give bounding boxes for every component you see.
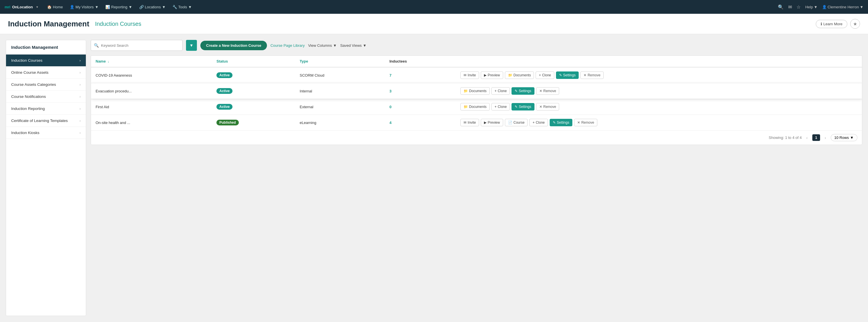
cell-type: Internal <box>295 83 385 99</box>
action-icon: ✉ <box>464 73 466 77</box>
next-page-button[interactable]: › <box>823 134 828 141</box>
cell-name: On-site health and ... <box>91 115 212 131</box>
sidebar: Induction Management Induction Courses ›… <box>6 40 86 316</box>
column-header-name[interactable]: Name ↓ <box>91 56 212 67</box>
settings-button[interactable]: ✎ Settings <box>512 103 534 110</box>
sidebar-item-induction-courses[interactable]: Induction Courses › <box>6 55 86 67</box>
nav-locations[interactable]: 🔗 Locations ▼ <box>136 0 169 14</box>
favourite-button[interactable]: ★ <box>850 19 860 29</box>
clone-button[interactable]: + Clone <box>491 103 510 110</box>
search-icon[interactable]: 🔍 <box>778 4 784 10</box>
nav-my-visitors[interactable]: 👤 My Visitors ▼ <box>67 0 101 14</box>
chevron-right-icon: › <box>80 71 81 75</box>
invite-button[interactable]: ✉ Invite <box>460 119 479 126</box>
create-induction-course-button[interactable]: Create a New Induction Course <box>200 41 267 50</box>
cell-status: Published <box>212 115 295 131</box>
saved-views-button[interactable]: Saved Views ▼ <box>340 43 367 47</box>
help-menu[interactable]: Help ▼ <box>805 5 817 9</box>
view-columns-button[interactable]: View Columns ▼ <box>308 43 337 47</box>
sidebar-item-course-assets-categories[interactable]: Course Assets Categories › <box>6 78 86 91</box>
invite-button[interactable]: ✉ Invite <box>460 71 479 79</box>
column-header-inductees: Inductees <box>385 56 456 67</box>
cell-actions: 📁 Documents+ Clone✎ Settings✕ Remove <box>455 83 862 99</box>
showing-text: Showing: 1 to 4 of 4 <box>769 135 802 140</box>
cell-name: Evacuation procedu... <box>91 83 212 99</box>
home-icon: 🏠 <box>47 5 52 9</box>
table-row: First AidActiveExternal0📁 Documents+ Clo… <box>91 99 862 115</box>
preview-button[interactable]: ▶ Preview <box>481 119 503 126</box>
tools-icon: 🔧 <box>173 5 177 9</box>
prev-page-button[interactable]: ‹ <box>804 134 810 141</box>
documents-button[interactable]: 📁 Documents <box>460 103 490 110</box>
sidebar-item-induction-kiosks[interactable]: Induction Kiosks › <box>6 127 86 139</box>
sidebar-item-online-course-assets[interactable]: Online Course Assets › <box>6 67 86 78</box>
column-header-type[interactable]: Type <box>295 56 385 67</box>
documents-button[interactable]: 📁 Documents <box>505 71 534 79</box>
sidebar-item-course-notifications[interactable]: Course Notifications › <box>6 91 86 103</box>
view-columns-chevron-icon: ▼ <box>333 43 337 47</box>
action-icon: + <box>495 89 497 93</box>
messages-icon[interactable]: ✉ <box>788 4 792 10</box>
cell-inductees: 0 <box>385 99 456 115</box>
reporting-chevron-icon: ▼ <box>129 5 132 9</box>
rows-per-page-select[interactable]: 10 Rows ▼ <box>831 134 857 141</box>
cell-status: Active <box>212 99 295 115</box>
remove-button[interactable]: ✕ Remove <box>580 71 603 79</box>
star-icon: ★ <box>853 21 857 27</box>
cell-name: First Aid <box>91 99 212 115</box>
table-row: Evacuation procedu...ActiveInternal3📁 Do… <box>91 83 862 99</box>
settings-button[interactable]: ✎ Settings <box>550 119 572 126</box>
chevron-right-icon: › <box>80 59 81 63</box>
remove-button[interactable]: ✕ Remove <box>536 103 559 110</box>
clone-button[interactable]: + Clone <box>536 71 554 79</box>
filter-button[interactable]: ▼ <box>186 40 197 51</box>
settings-button[interactable]: ✎ Settings <box>512 87 534 95</box>
data-table-wrap: Name ↓ Status Type Inductees COVID-19 Aw… <box>91 55 862 145</box>
page-subtitle: Induction Courses <box>95 21 141 27</box>
nav-tools[interactable]: 🔧 Tools ▼ <box>169 0 195 14</box>
tools-chevron-icon: ▼ <box>188 5 192 9</box>
course-page-library-link[interactable]: Course Page Library <box>270 43 305 47</box>
table-row: On-site health and ...PublishedeLearning… <box>91 115 862 131</box>
favorites-icon[interactable]: ☆ <box>797 4 801 10</box>
inductees-link[interactable]: 0 <box>390 105 392 109</box>
action-icon: + <box>495 105 497 109</box>
course-button[interactable]: 📄 Course <box>505 119 528 126</box>
column-header-actions <box>455 56 862 67</box>
filter-icon: ▼ <box>189 43 193 47</box>
clone-button[interactable]: + Clone <box>491 87 510 95</box>
nav-home[interactable]: 🏠 Home <box>44 0 66 14</box>
action-icon: ✎ <box>553 121 556 125</box>
preview-button[interactable]: ▶ Preview <box>481 71 503 79</box>
top-navigation: mri OnLocation ▼ 🏠 Home 👤 My Visitors ▼ … <box>0 0 868 14</box>
app-logo[interactable]: mri OnLocation ▼ <box>5 5 38 9</box>
toolbar: 🔍 ▼ Create a New Induction Course Course… <box>91 40 862 51</box>
remove-button[interactable]: ✕ Remove <box>574 119 597 126</box>
action-icon: ✕ <box>584 73 586 77</box>
action-icon: 📁 <box>508 73 513 77</box>
column-header-status[interactable]: Status <box>212 56 295 67</box>
inductees-link[interactable]: 3 <box>390 89 392 93</box>
learn-more-button[interactable]: ℹ Learn More <box>816 20 847 28</box>
cell-name: COVID-19 Awareness <box>91 67 212 83</box>
help-chevron-icon: ▼ <box>814 5 817 9</box>
settings-button[interactable]: ✎ Settings <box>556 71 579 79</box>
cell-actions: ✉ Invite▶ Preview📁 Documents+ Clone✎ Set… <box>455 67 862 83</box>
inductees-link[interactable]: 4 <box>390 121 392 125</box>
nav-reporting[interactable]: 📊 Reporting ▼ <box>102 0 135 14</box>
logo-mri: mri <box>5 5 10 9</box>
clone-button[interactable]: + Clone <box>529 119 548 126</box>
current-page[interactable]: 1 <box>812 134 820 141</box>
visitors-chevron-icon: ▼ <box>95 5 98 9</box>
search-input[interactable] <box>101 43 179 47</box>
inductees-link[interactable]: 7 <box>390 73 392 77</box>
sidebar-item-induction-reporting[interactable]: Induction Reporting › <box>6 103 86 115</box>
page-title: Induction Management <box>8 20 89 28</box>
main-content: 🔍 ▼ Create a New Induction Course Course… <box>91 40 862 316</box>
user-menu[interactable]: 👤 Clementine Herron ▼ <box>822 5 863 9</box>
logo-name: OnLocation <box>12 5 33 9</box>
sidebar-item-certificate-templates[interactable]: Certificate of Learning Templates › <box>6 115 86 127</box>
remove-button[interactable]: ✕ Remove <box>536 87 559 95</box>
documents-button[interactable]: 📁 Documents <box>460 87 490 95</box>
cell-actions: ✉ Invite▶ Preview📄 Course+ Clone✎ Settin… <box>455 115 862 131</box>
